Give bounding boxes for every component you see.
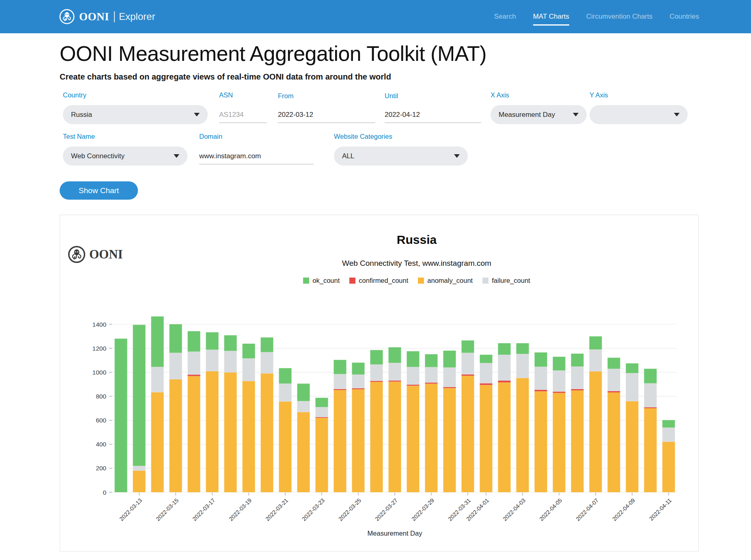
bar-segment-failure_count[interactable] <box>425 367 438 383</box>
bar-2022-04-08[interactable] <box>608 358 620 492</box>
bar-segment-failure_count[interactable] <box>352 375 365 388</box>
bar-segment-failure_count[interactable] <box>407 367 420 385</box>
bar-segment-ok_count[interactable] <box>243 344 255 358</box>
bar-2022-04-11[interactable] <box>663 420 675 492</box>
bar-segment-failure_count[interactable] <box>590 349 602 371</box>
bar-segment-ok_count[interactable] <box>498 343 511 355</box>
bar-segment-anomaly_count[interactable] <box>243 381 255 492</box>
bar-2022-03-25[interactable] <box>352 363 365 492</box>
bar-segment-failure_count[interactable] <box>243 358 255 381</box>
bar-segment-failure_count[interactable] <box>644 383 657 407</box>
bar-segment-ok_count[interactable] <box>571 353 584 366</box>
bar-segment-confirmed_count[interactable] <box>644 407 657 408</box>
bar-segment-ok_count[interactable] <box>553 357 566 370</box>
bar-2022-04-01[interactable] <box>480 355 493 492</box>
bar-2022-04-03[interactable] <box>516 343 529 492</box>
bar-2022-03-24[interactable] <box>334 360 346 492</box>
bar-segment-failure_count[interactable] <box>170 353 182 379</box>
until-date-input[interactable] <box>385 107 481 123</box>
bar-2022-03-27[interactable] <box>389 347 401 492</box>
bar-segment-ok_count[interactable] <box>516 343 529 354</box>
bar-segment-anomaly_count[interactable] <box>516 378 529 492</box>
bar-segment-ok_count[interactable] <box>608 358 620 369</box>
nav-item-circumvention-charts[interactable]: Circumvention Charts <box>586 0 652 33</box>
bar-segment-ok_count[interactable] <box>261 338 273 352</box>
bar-segment-ok_count[interactable] <box>535 352 547 366</box>
bar-2022-03-20[interactable] <box>261 338 273 492</box>
bar-segment-anomaly_count[interactable] <box>553 393 566 492</box>
bar-segment-failure_count[interactable] <box>571 366 584 389</box>
bar-segment-ok_count[interactable] <box>206 332 219 350</box>
bar-2022-04-04[interactable] <box>535 352 547 492</box>
website-categories-select[interactable]: ALL <box>334 146 468 166</box>
stacked-bar-chart[interactable]: 02004006008001000120014002022-03-132022-… <box>60 308 698 551</box>
bar-segment-ok_count[interactable] <box>443 351 456 367</box>
asn-input[interactable] <box>219 107 267 123</box>
bar-segment-failure_count[interactable] <box>224 351 237 373</box>
bar-segment-ok_count[interactable] <box>297 383 310 401</box>
bar-segment-failure_count[interactable] <box>297 401 310 412</box>
bar-segment-ok_count[interactable] <box>370 350 383 364</box>
bar-segment-anomaly_count[interactable] <box>151 392 164 492</box>
show-chart-button[interactable]: Show Chart <box>60 181 138 200</box>
bar-segment-confirmed_count[interactable] <box>425 383 438 383</box>
bar-segment-ok_count[interactable] <box>462 340 474 353</box>
bar-segment-ok_count[interactable] <box>389 347 401 363</box>
country-select[interactable]: Russia <box>63 105 208 124</box>
bar-2022-03-17[interactable] <box>206 332 219 492</box>
bar-segment-failure_count[interactable] <box>370 364 383 381</box>
bar-2022-04-05[interactable] <box>553 357 566 492</box>
bar-2022-04-06[interactable] <box>571 353 584 492</box>
bar-segment-anomaly_count[interactable] <box>334 390 346 492</box>
bar-segment-failure_count[interactable] <box>151 367 164 392</box>
nav-item-mat-charts[interactable]: MAT Charts <box>533 0 569 33</box>
bar-2022-04-10[interactable] <box>644 369 657 492</box>
bar-segment-anomaly_count[interactable] <box>407 386 420 492</box>
bar-segment-anomaly_count[interactable] <box>590 371 602 492</box>
bar-segment-confirmed_count[interactable] <box>553 392 566 393</box>
bar-segment-ok_count[interactable] <box>279 368 292 383</box>
bar-2022-04-02[interactable] <box>498 343 511 492</box>
bar-segment-ok_count[interactable] <box>115 338 127 492</box>
bar-segment-anomaly_count[interactable] <box>297 412 310 492</box>
bar-segment-anomaly_count[interactable] <box>261 373 273 492</box>
bar-segment-failure_count[interactable] <box>516 354 529 378</box>
bar-2022-03-28[interactable] <box>407 351 420 492</box>
bar-segment-failure_count[interactable] <box>498 355 511 381</box>
x-axis-select[interactable]: Measurement Day <box>491 105 587 124</box>
bar-segment-confirmed_count[interactable] <box>334 389 346 390</box>
bar-2022-03-29[interactable] <box>425 354 438 492</box>
bar-2022-03-12[interactable] <box>115 338 127 492</box>
bar-segment-ok_count[interactable] <box>663 420 675 427</box>
bar-segment-confirmed_count[interactable] <box>535 390 547 391</box>
bar-segment-ok_count[interactable] <box>626 363 639 373</box>
bar-segment-failure_count[interactable] <box>206 350 219 371</box>
bar-segment-anomaly_count[interactable] <box>389 381 401 492</box>
bar-segment-failure_count[interactable] <box>553 370 566 392</box>
bar-segment-ok_count[interactable] <box>170 324 182 353</box>
y-axis-select[interactable] <box>590 105 688 124</box>
bar-2022-03-31[interactable] <box>462 340 474 492</box>
bar-segment-confirmed_count[interactable] <box>571 389 584 390</box>
bar-segment-failure_count[interactable] <box>462 353 474 374</box>
bar-2022-04-07[interactable] <box>590 336 602 492</box>
bar-2022-03-16[interactable] <box>188 331 200 492</box>
bar-segment-anomaly_count[interactable] <box>279 401 292 492</box>
bar-segment-anomaly_count[interactable] <box>425 383 438 492</box>
bar-2022-03-23[interactable] <box>316 398 328 492</box>
bar-segment-failure_count[interactable] <box>133 466 146 471</box>
bar-segment-confirmed_count[interactable] <box>407 385 420 386</box>
bar-segment-confirmed_count[interactable] <box>188 375 200 376</box>
bar-segment-anomaly_count[interactable] <box>133 471 146 492</box>
bar-2022-03-26[interactable] <box>370 350 383 492</box>
bar-segment-confirmed_count[interactable] <box>352 388 365 389</box>
bar-segment-ok_count[interactable] <box>480 355 493 363</box>
bar-segment-failure_count[interactable] <box>663 428 675 442</box>
bar-2022-03-21[interactable] <box>279 368 292 492</box>
bar-segment-anomaly_count[interactable] <box>370 382 383 492</box>
bar-segment-ok_count[interactable] <box>352 363 365 375</box>
bar-segment-anomaly_count[interactable] <box>663 442 675 492</box>
bar-segment-anomaly_count[interactable] <box>571 390 584 492</box>
bar-segment-failure_count[interactable] <box>535 367 547 390</box>
bar-segment-anomaly_count[interactable] <box>462 376 474 492</box>
